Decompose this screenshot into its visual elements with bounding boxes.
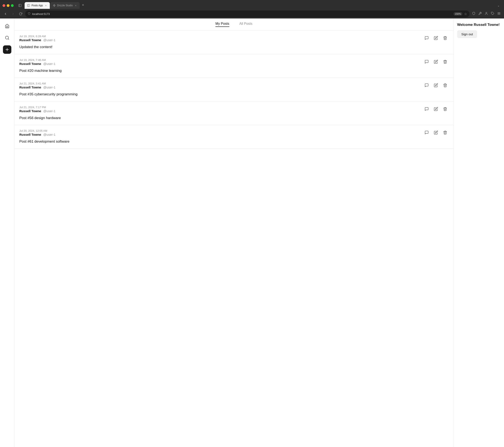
post-author-handle: @user-1 [43,109,55,113]
post-author-name: Russell Towne [19,133,41,136]
reload-button[interactable] [18,11,23,17]
tab-drizzle-studio-label: Drizzle Studio [57,4,73,7]
post-author: Russell Towne @user-1 [19,133,55,136]
browser-tools [471,11,502,16]
post-content: Post #56 design hardware [19,115,449,121]
post-author: Russell Towne @user-1 [19,86,55,89]
minimize-window-btn[interactable] [7,4,9,7]
tab-bar: Posts App ✕ Drizzle Studio ✕ + ⌄ [0,0,504,9]
tab-drizzle-studio[interactable]: Drizzle Studio ✕ [50,2,80,9]
post-content: Post #35 cybersecurity programming [19,92,449,97]
tab-list-button[interactable]: ⌄ [496,3,502,8]
post-header: Jul 21, 2024, 3:41 AM Russell Towne @use… [19,82,449,89]
main-content: My Posts All Posts Jul 19, 2024, 6:28 AM… [14,18,453,447]
shield-icon [471,11,476,16]
post-actions [423,58,449,65]
post-item-3: Jul 21, 2024, 3:41 AM Russell Towne @use… [14,78,453,102]
delete-button[interactable] [442,106,449,112]
svg-point-4 [486,12,487,13]
post-meta: Jul 21, 2024, 7:17 PM Russell Towne @use… [19,106,55,113]
tab-drizzle-studio-close[interactable]: ✕ [74,4,77,7]
secure-icon [28,12,31,16]
post-author: Russell Towne @user-1 [19,38,55,42]
app-window: My Posts All Posts Jul 19, 2024, 6:28 AM… [0,18,504,447]
bookmark-icon[interactable]: ☆ [464,12,467,16]
comment-button[interactable] [423,106,430,112]
post-item-5: Jul 20, 2024, 12:05 AM Russell Towne @us… [14,125,453,149]
tab-my-posts[interactable]: My Posts [216,22,229,27]
window-controls [2,4,14,7]
tab-posts-app[interactable]: Posts App ✕ [25,2,50,9]
home-button[interactable] [3,22,11,30]
post-timestamp: Jul 19, 2024, 6:28 AM [19,35,55,38]
post-author-handle: @user-1 [43,62,55,66]
sign-out-button[interactable]: Sign out [457,30,477,38]
welcome-message: Welcome Russell Towne! [457,23,501,27]
edit-button[interactable] [432,35,439,41]
comment-button[interactable] [423,35,430,41]
close-window-btn[interactable] [2,4,5,7]
post-meta: Jul 20, 2024, 12:05 AM Russell Towne @us… [19,129,55,136]
delete-button[interactable] [442,58,449,65]
maximize-window-btn[interactable] [11,4,14,7]
menu-icon[interactable] [496,11,502,16]
post-header: Jul 21, 2024, 7:17 PM Russell Towne @use… [19,106,449,113]
post-timestamp: Jul 21, 2024, 3:41 AM [19,82,55,85]
delete-button[interactable] [442,129,449,136]
url-text: localhost:5173 [32,12,452,16]
comment-button[interactable] [423,82,430,89]
back-button[interactable] [2,11,8,17]
svg-line-10 [8,39,9,39]
post-author-name: Russell Towne [19,62,41,66]
post-author-handle: @user-1 [43,133,55,136]
post-header: Jul 20, 2024, 12:05 AM Russell Towne @us… [19,129,449,136]
edit-button[interactable] [432,129,439,136]
puzzle-icon[interactable] [490,11,495,16]
forward-button[interactable] [10,11,16,17]
post-item-2: Jul 19, 2024, 7:46 AM Russell Towne @use… [14,54,453,78]
svg-rect-2 [28,4,30,7]
tab-posts-app-close[interactable]: ✕ [44,4,47,7]
new-tab-button[interactable]: + [80,2,86,8]
tabs-container: Posts App ✕ Drizzle Studio ✕ + [25,2,495,9]
post-item-4: Jul 21, 2024, 7:17 PM Russell Towne @use… [14,102,453,125]
comment-button[interactable] [423,58,430,65]
post-content: Post #61 development software [19,139,449,144]
tab-all-posts[interactable]: All Posts [239,22,252,27]
post-timestamp: Jul 21, 2024, 7:17 PM [19,106,55,109]
post-content: Post #20 machine learning [19,68,449,73]
search-button[interactable] [3,34,11,42]
post-timestamp: Jul 19, 2024, 7:46 AM [19,58,55,62]
sidebar-toggle-btn[interactable] [17,2,23,8]
delete-button[interactable] [442,82,449,89]
comment-button[interactable] [423,129,430,136]
post-author: Russell Towne @user-1 [19,109,55,113]
address-bar: localhost:5173 150% ☆ [0,9,504,18]
sidebar [0,18,14,447]
svg-rect-0 [19,4,21,7]
edit-button[interactable] [432,106,439,112]
post-list: Jul 19, 2024, 6:28 AM Russell Towne @use… [14,31,453,447]
edit-button[interactable] [432,58,439,65]
post-actions [423,129,449,136]
delete-button[interactable] [442,35,449,41]
post-author: Russell Towne @user-1 [19,62,55,66]
tab-posts-app-label: Posts App [32,4,43,7]
post-author-name: Russell Towne [19,109,41,113]
new-post-button[interactable] [3,45,11,54]
account-icon[interactable] [484,11,489,16]
post-author-name: Russell Towne [19,86,41,89]
browser-chrome: Posts App ✕ Drizzle Studio ✕ + ⌄ l [0,0,504,18]
post-header: Jul 19, 2024, 6:28 AM Russell Towne @use… [19,35,449,42]
post-meta: Jul 21, 2024, 3:41 AM Russell Towne @use… [19,82,55,89]
post-author-name: Russell Towne [19,38,41,42]
right-panel: Welcome Russell Towne! Sign out [453,18,504,447]
post-header: Jul 19, 2024, 7:46 AM Russell Towne @use… [19,58,449,66]
edit-button[interactable] [432,82,439,89]
post-meta: Jul 19, 2024, 7:46 AM Russell Towne @use… [19,58,55,66]
extensions-icon[interactable] [478,11,483,16]
post-item-1: Jul 19, 2024, 6:28 AM Russell Towne @use… [14,31,453,54]
url-bar[interactable]: localhost:5173 150% ☆ [25,11,469,17]
post-content: Updated the content! [19,44,449,50]
post-actions [423,35,449,41]
